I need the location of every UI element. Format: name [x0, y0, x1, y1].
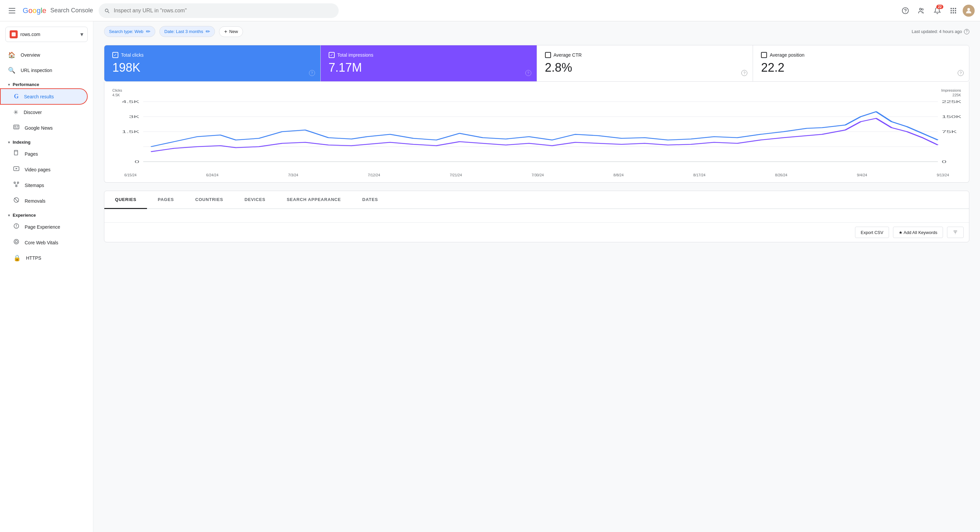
- discover-icon: ✳: [13, 109, 18, 116]
- tab-devices[interactable]: DEVICES: [234, 191, 276, 209]
- performance-section-header[interactable]: ▾ Performance: [0, 78, 93, 88]
- x-label-2: 7/3/24: [288, 173, 298, 177]
- home-icon: 🏠: [8, 51, 15, 59]
- svg-rect-5: [953, 8, 954, 9]
- info-icon: ?: [964, 29, 969, 34]
- topbar-left: Google Search Console: [5, 4, 99, 18]
- add-all-keywords-button[interactable]: ★ Add All Keywords: [893, 227, 943, 238]
- svg-point-34: [15, 241, 18, 243]
- svg-text:4.5K: 4.5K: [122, 100, 139, 104]
- tab-queries[interactable]: QUERIES: [104, 191, 147, 209]
- main-content: Performance on Search results EXPORT Sea…: [93, 0, 980, 250]
- chevron-indexing-icon: ▾: [8, 140, 10, 145]
- metric-card-total-impressions[interactable]: Total impressions 7.17M ?: [321, 45, 537, 81]
- svg-line-27: [16, 183, 18, 185]
- svg-rect-6: [955, 8, 956, 9]
- metric-card-average-position[interactable]: Average position 22.2 ?: [753, 45, 969, 81]
- tab-countries[interactable]: COUNTRIES: [185, 191, 234, 209]
- experience-section-header[interactable]: ▾ Experience: [0, 209, 93, 219]
- average-ctr-label: Average CTR: [554, 53, 582, 58]
- sidebar-item-video-pages[interactable]: Video pages: [0, 162, 88, 177]
- filter-rows-button[interactable]: [947, 227, 964, 238]
- apps-icon: [950, 7, 957, 14]
- sidebar: rows.com ▾ 🏠 Overview 🔍 URL inspection ▾…: [0, 21, 93, 250]
- x-label-3: 7/12/24: [368, 173, 380, 177]
- url-inspection-icon: 🔍: [8, 67, 15, 74]
- help-button[interactable]: [899, 4, 912, 18]
- new-filter-button[interactable]: + New: [219, 26, 243, 37]
- metric-card-total-clicks[interactable]: Total clicks 198K ?: [104, 45, 321, 81]
- svg-rect-10: [951, 12, 952, 13]
- svg-point-3: [922, 9, 923, 10]
- svg-text:150K: 150K: [942, 115, 961, 119]
- svg-point-1: [905, 12, 906, 12]
- date-filter[interactable]: Date: Last 3 months ✏: [159, 26, 215, 37]
- metric-cards: Total clicks 198K ? Total impressions 7.…: [104, 45, 969, 82]
- experience-section-label: Experience: [13, 213, 36, 218]
- edit-search-type-icon: ✏: [146, 28, 150, 35]
- accounts-button[interactable]: [915, 4, 928, 18]
- metric-card-average-ctr[interactable]: Average CTR 2.8% ?: [537, 45, 753, 81]
- tab-dates[interactable]: DATES: [352, 191, 389, 209]
- svg-rect-12: [955, 12, 956, 13]
- notification-badge: 22: [936, 5, 943, 9]
- export-csv-label: Export CSV: [861, 230, 883, 235]
- svg-text:0: 0: [135, 160, 139, 164]
- pages-icon: [13, 150, 19, 158]
- export-csv-button[interactable]: Export CSV: [855, 227, 889, 238]
- add-all-keywords-label: ★ Add All Keywords: [899, 230, 937, 235]
- sidebar-item-pages[interactable]: Pages: [0, 146, 88, 162]
- tab-search-appearance[interactable]: SEARCH APPEARANCE: [276, 191, 352, 209]
- plus-icon: +: [224, 29, 227, 35]
- sidebar-item-overview[interactable]: 🏠 Overview: [0, 47, 88, 63]
- property-name: rows.com: [20, 32, 78, 37]
- indexing-section-header[interactable]: ▾ Indexing: [0, 136, 93, 146]
- search-type-filter[interactable]: Search type: Web ✏: [104, 26, 155, 37]
- app-title: Search Console: [50, 7, 93, 14]
- total-impressions-label-row: Total impressions: [329, 52, 529, 58]
- x-label-10: 9/13/24: [937, 173, 949, 177]
- sidebar-item-core-web-vitals[interactable]: Core Web Vitals: [0, 235, 88, 250]
- property-selector[interactable]: rows.com ▾: [5, 27, 88, 42]
- svg-rect-23: [14, 182, 15, 183]
- removals-icon: [13, 197, 19, 205]
- sidebar-item-discover[interactable]: ✳ Discover: [0, 105, 88, 120]
- search-bar[interactable]: [99, 3, 339, 18]
- google-logo: Google: [23, 6, 46, 15]
- bottom-section: QUERIES PAGES COUNTRIES DEVICES SEARCH A…: [104, 191, 969, 242]
- google-news-icon: [13, 124, 19, 132]
- bottom-toolbar: Export CSV ★ Add All Keywords: [104, 222, 969, 242]
- sidebar-item-core-web-vitals-label: Core Web Vitals: [25, 240, 58, 245]
- chart-y-left-label: Clicks 4.5K: [112, 88, 122, 97]
- filter-rows-icon: [953, 230, 958, 235]
- tab-pages[interactable]: PAGES: [147, 191, 185, 209]
- svg-point-33: [14, 239, 19, 244]
- svg-rect-4: [951, 8, 952, 9]
- average-ctr-label-row: Average CTR: [545, 52, 745, 58]
- sidebar-item-page-experience[interactable]: Page Experience: [0, 219, 88, 235]
- apps-button[interactable]: [947, 4, 960, 18]
- video-pages-icon: [13, 166, 19, 173]
- page-experience-icon: [13, 223, 19, 231]
- sidebar-item-google-news[interactable]: Google News: [0, 120, 88, 136]
- sidebar-item-search-results[interactable]: G Search results: [0, 88, 88, 105]
- sidebar-item-sitemaps[interactable]: Sitemaps: [0, 177, 88, 193]
- total-clicks-checkbox: [112, 52, 118, 58]
- average-position-help-icon: ?: [958, 70, 964, 76]
- search-input[interactable]: [114, 8, 333, 14]
- total-clicks-label: Total clicks: [121, 53, 144, 58]
- sidebar-item-url-inspection[interactable]: 🔍 URL inspection: [0, 63, 88, 78]
- core-web-vitals-icon: [13, 239, 19, 246]
- logo-area: Google Search Console: [23, 6, 93, 15]
- total-impressions-checkbox: [329, 52, 335, 58]
- avatar[interactable]: [963, 5, 975, 17]
- hamburger-menu-button[interactable]: [5, 4, 19, 18]
- sidebar-item-video-pages-label: Video pages: [25, 167, 51, 172]
- sidebar-item-removals[interactable]: Removals: [0, 193, 88, 209]
- notifications-button[interactable]: 22: [931, 4, 944, 18]
- average-position-checkbox: [761, 52, 767, 58]
- topbar: Google Search Console: [0, 0, 980, 21]
- svg-rect-7: [951, 10, 952, 11]
- last-updated: Last updated: 4 hours ago ?: [912, 29, 969, 34]
- clicks-line: [151, 111, 938, 147]
